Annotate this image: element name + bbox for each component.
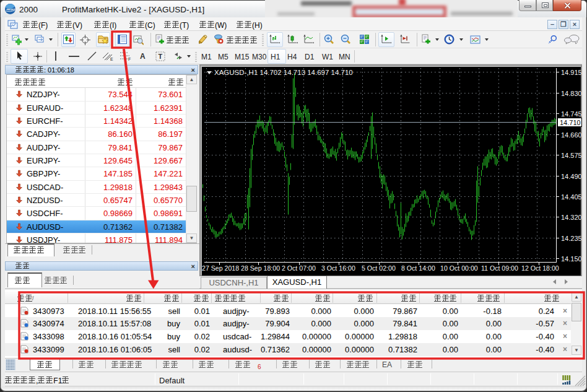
svg-text:14.320: 14.320 bbox=[561, 214, 582, 221]
svg-text:10 Oct 00:00: 10 Oct 00:00 bbox=[440, 264, 478, 272]
svg-text:14.710: 14.710 bbox=[560, 119, 581, 126]
svg-text:11 Oct 09:00: 11 Oct 09:00 bbox=[481, 264, 518, 272]
svg-text:2 Oct 07:00: 2 Oct 07:00 bbox=[282, 264, 316, 272]
svg-text:28 Sep 18:00: 28 Sep 18:00 bbox=[241, 264, 280, 272]
svg-text:8 Oct 14:00: 8 Oct 14:00 bbox=[401, 264, 435, 272]
svg-text:14.150: 14.150 bbox=[561, 255, 582, 263]
svg-text:14.660: 14.660 bbox=[561, 131, 582, 139]
svg-text:14.915: 14.915 bbox=[561, 69, 582, 76]
svg-text:3 Oct 16:00: 3 Oct 16:00 bbox=[321, 264, 355, 272]
svg-text:27 Sep 2018: 27 Sep 2018 bbox=[202, 264, 239, 272]
svg-text:14.575: 14.575 bbox=[561, 152, 582, 159]
svg-text:5 Oct 02:00: 5 Oct 02:00 bbox=[362, 264, 396, 272]
svg-text:14.830: 14.830 bbox=[561, 90, 582, 97]
svg-text:14.405: 14.405 bbox=[561, 193, 582, 201]
svg-text:14.235: 14.235 bbox=[561, 235, 582, 242]
svg-text:12 Oct 18:00: 12 Oct 18:00 bbox=[521, 264, 559, 272]
svg-text:14.490: 14.490 bbox=[561, 173, 582, 180]
svg-text:14.745: 14.745 bbox=[561, 110, 582, 118]
svg-text:XAGUSD-,H1 14.702 14.713 14.6: XAGUSD-,H1 14.702 14.713 14.697 14.710 bbox=[214, 69, 353, 76]
